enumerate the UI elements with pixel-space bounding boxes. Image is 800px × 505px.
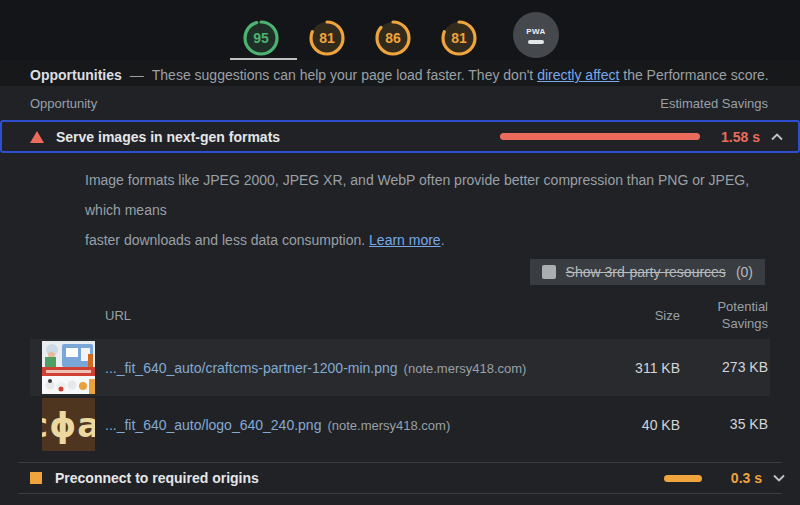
opportunity-column-label: Opportunity bbox=[30, 96, 97, 111]
savings-bar-track bbox=[500, 133, 700, 140]
score-gauges-strip: 95 81 86 81 PWA bbox=[0, 0, 800, 60]
image-thumbnail bbox=[42, 341, 95, 394]
third-party-filter-row: Show 3rd-party resources (0) bbox=[0, 259, 765, 285]
resource-host: (note.mersy418.com) bbox=[327, 418, 450, 433]
fail-triangle-icon bbox=[30, 131, 44, 143]
third-party-count: (0) bbox=[736, 264, 753, 280]
column-header-row: Opportunity Estimated Savings bbox=[0, 86, 800, 120]
audit-detail-panel: Image formats like JPEG 2000, JPEG XR, a… bbox=[0, 153, 800, 453]
resources-table: URL Size Potential Savings bbox=[30, 291, 770, 453]
resource-savings: 35 KB bbox=[680, 416, 768, 433]
opportunities-heading: Opportunities — These suggestions can he… bbox=[0, 60, 800, 86]
resource-url-link[interactable]: ..._fit_640_auto/craftcms-partner-1200-m… bbox=[105, 360, 398, 376]
resource-size: 40 KB bbox=[610, 417, 680, 433]
resource-host: (note.mersy418.com) bbox=[404, 361, 527, 376]
resource-size: 311 KB bbox=[610, 360, 680, 376]
score-value: 86 bbox=[373, 18, 413, 58]
resource-url-cell: ..._fit_640_auto/logo_640_240.png(note.m… bbox=[105, 417, 610, 433]
third-party-label: Show 3rd-party resources bbox=[566, 264, 726, 280]
table-row: ..._fit_640_auto/craftcms-partner-1200-m… bbox=[30, 339, 770, 396]
chevron-down-icon bbox=[772, 474, 786, 482]
pwa-badge-label: PWA bbox=[526, 27, 546, 36]
opportunities-section: Opportunity Estimated Savings Serve imag… bbox=[0, 86, 800, 505]
section-description: These suggestions can help your page loa… bbox=[152, 67, 769, 83]
savings-value: 1.58 s bbox=[710, 129, 760, 145]
audit-title: Preconnect to required origins bbox=[55, 470, 259, 486]
checkbox-unchecked-icon[interactable] bbox=[542, 265, 556, 279]
url-column-header: URL bbox=[105, 308, 610, 323]
audit-title: Serve images in next-gen formats bbox=[56, 129, 280, 145]
savings-bar-track bbox=[502, 475, 702, 482]
score-gauge-4[interactable]: 81 bbox=[439, 18, 479, 58]
audit-row-preconnect-origins[interactable]: Preconnect to required origins 0.3 s bbox=[0, 463, 800, 493]
svg-text:cϕa: cϕa bbox=[42, 405, 95, 445]
resource-url-link[interactable]: ..._fit_640_auto/logo_640_240.png bbox=[105, 417, 321, 433]
learn-more-link[interactable]: Learn more bbox=[369, 232, 441, 248]
estimated-savings-column-label: Estimated Savings bbox=[660, 96, 768, 111]
resource-savings: 273 KB bbox=[680, 359, 768, 376]
clipped-overlay-line bbox=[230, 58, 297, 60]
score-value: 95 bbox=[241, 18, 281, 58]
image-thumbnail: cϕa bbox=[42, 398, 95, 451]
table-header-row: URL Size Potential Savings bbox=[30, 291, 770, 339]
savings-value: 0.3 s bbox=[712, 470, 762, 486]
savings-bar bbox=[500, 133, 700, 140]
directly-affect-link[interactable]: directly affect bbox=[537, 67, 619, 83]
score-value: 81 bbox=[307, 18, 347, 58]
lighthouse-report: 95 81 86 81 PWA bbox=[0, 0, 800, 505]
chevron-up-icon bbox=[770, 133, 784, 141]
pwa-badge[interactable]: PWA bbox=[513, 12, 559, 58]
audit-description: Image formats like JPEG 2000, JPEG XR, a… bbox=[0, 153, 800, 255]
potential-savings-column-header: Potential Savings bbox=[680, 298, 768, 332]
audit-row-serve-images-next-gen[interactable]: Serve images in next-gen formats 1.58 s bbox=[0, 120, 800, 153]
table-row: cϕa ..._fit_640_auto/logo_640_240.png(no… bbox=[30, 396, 770, 453]
audit-row-remove-unused-css[interactable]: Remove unused CSS 0.16 s bbox=[0, 494, 800, 505]
section-title: Opportunities bbox=[30, 67, 122, 83]
savings-bar bbox=[664, 475, 702, 482]
warning-square-icon bbox=[30, 472, 42, 484]
score-gauge-2[interactable]: 81 bbox=[307, 18, 347, 58]
separator-dash: — bbox=[130, 67, 144, 83]
score-gauge-3[interactable]: 86 bbox=[373, 18, 413, 58]
resource-url-cell: ..._fit_640_auto/craftcms-partner-1200-m… bbox=[105, 360, 610, 376]
third-party-checkbox-group[interactable]: Show 3rd-party resources (0) bbox=[530, 259, 765, 285]
pwa-dash-icon bbox=[528, 40, 544, 44]
score-value: 81 bbox=[439, 18, 479, 58]
size-column-header: Size bbox=[610, 308, 680, 323]
score-gauge-1[interactable]: 95 bbox=[241, 18, 281, 58]
